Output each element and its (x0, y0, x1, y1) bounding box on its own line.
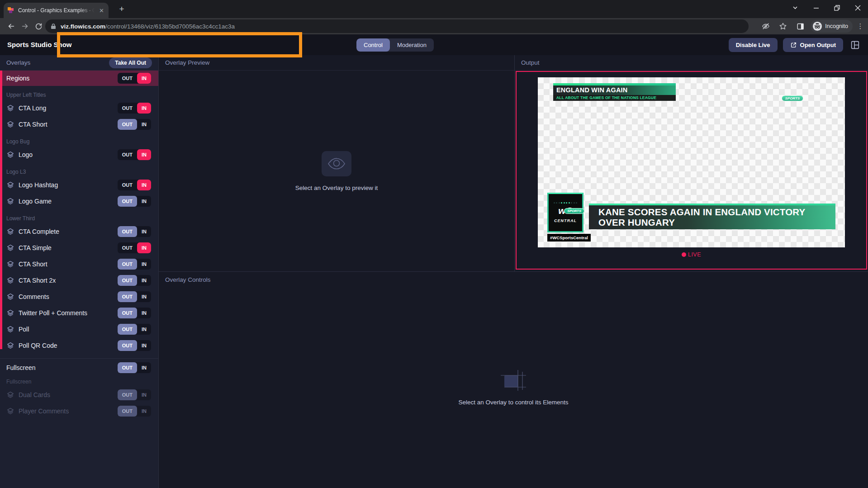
out-button[interactable]: OUT (118, 73, 137, 84)
url-bar[interactable]: viz.flowics.com/control/13468/viz/613b5b… (45, 19, 749, 33)
in-button[interactable]: IN (137, 362, 151, 373)
overlay-row-cta-complete[interactable]: CTA Complete OUT IN (0, 223, 158, 240)
out-button[interactable]: OUT (118, 180, 137, 190)
tab-search-chevron-icon[interactable] (785, 0, 806, 15)
live-indicator: LIVE (517, 251, 866, 258)
overlay-controls-panel: Overlay Controls Select an Overlay to co… (159, 272, 868, 488)
sports-badge: SPORTS (782, 95, 804, 101)
out-button[interactable]: OUT (118, 362, 137, 373)
overlay-row-player-comments[interactable]: Player Comments OUT IN (0, 403, 158, 419)
out-button[interactable]: OUT (118, 291, 137, 302)
in-button[interactable]: IN (137, 389, 151, 400)
layers-icon (6, 120, 14, 128)
out-button[interactable]: OUT (118, 226, 137, 237)
disable-live-button[interactable]: Disable Live (729, 38, 778, 52)
overlay-row-cta-simple[interactable]: CTA Simple OUT IN (0, 240, 158, 256)
out-button[interactable]: OUT (118, 406, 137, 417)
overlay-row-cta-long[interactable]: CTA Long OUT IN (0, 100, 158, 116)
out-button[interactable]: OUT (118, 275, 137, 286)
in-button[interactable]: IN (137, 259, 151, 270)
in-button[interactable]: IN (137, 73, 151, 84)
controls-frame-icon (501, 370, 526, 391)
overlay-row-regions[interactable]: Regions OUT IN (0, 71, 158, 86)
in-button[interactable]: IN (137, 242, 151, 253)
preview-eye-icon (322, 151, 351, 176)
take-all-out-button[interactable]: Take All Out (109, 57, 152, 68)
overlay-row-logo-game[interactable]: Logo Game OUT IN (0, 193, 158, 209)
out-button[interactable]: OUT (118, 340, 137, 351)
close-window-button[interactable] (847, 0, 868, 15)
url-path: /control/13468/viz/613b5bd70056ac3c4cc1a… (105, 23, 235, 30)
tab-close-icon[interactable]: ✕ (98, 7, 105, 14)
layers-icon (6, 260, 14, 268)
out-in-toggle: OUT IN (118, 362, 151, 373)
reload-icon[interactable] (32, 19, 45, 33)
tab-moderation[interactable]: Moderation (390, 38, 434, 52)
out-in-toggle: OUT IN (118, 406, 151, 417)
lower-third-headline: KANE SCORES AGAIN IN ENGLAND VICTORY OVE… (598, 207, 825, 227)
out-button[interactable]: OUT (118, 196, 137, 207)
out-button[interactable]: OUT (118, 103, 137, 114)
out-in-toggle: OUT IN (118, 259, 151, 270)
overlay-row-poll[interactable]: Poll OUT IN (0, 321, 158, 337)
wc-sports-central-logo: wCSPORTS CENTRAL (547, 193, 583, 232)
overlay-row-comments[interactable]: Comments OUT IN (0, 289, 158, 305)
restore-button[interactable] (826, 0, 847, 15)
open-output-button[interactable]: Open Output (783, 38, 843, 52)
in-button[interactable]: IN (137, 103, 151, 114)
back-icon[interactable] (5, 19, 18, 33)
in-button[interactable]: IN (137, 226, 151, 237)
side-panel-icon[interactable] (793, 19, 807, 33)
in-button[interactable]: IN (137, 291, 151, 302)
browser-tab[interactable]: Control - Graphics Examples - Qu ✕ (4, 3, 109, 18)
out-in-toggle: OUT IN (118, 308, 151, 318)
bookmark-star-icon[interactable] (776, 19, 790, 33)
new-tab-button[interactable]: + (115, 3, 128, 15)
in-button[interactable]: IN (137, 406, 151, 417)
hashtag-strip: #WCSportsCentral (547, 234, 591, 242)
overlay-row-dual-cards[interactable]: Dual Cards OUT IN (0, 387, 158, 403)
out-button[interactable]: OUT (118, 324, 137, 335)
out-in-toggle: OUT IN (118, 242, 151, 253)
incognito-badge[interactable]: Incognito (811, 20, 853, 33)
overlay-row-logo-hashtag[interactable]: Logo Hashtag OUT IN (0, 177, 158, 193)
in-button[interactable]: IN (137, 324, 151, 335)
out-in-toggle: OUT IN (118, 119, 151, 130)
lock-icon (51, 23, 56, 29)
overlay-row-cta-short-upper[interactable]: CTA Short OUT IN (0, 116, 158, 133)
overlay-row-cta-short-2x[interactable]: CTA Short 2x OUT IN (0, 272, 158, 289)
layers-icon (6, 309, 14, 317)
out-button[interactable]: OUT (118, 149, 137, 160)
overlay-row-cta-short[interactable]: CTA Short OUT IN (0, 256, 158, 272)
in-button[interactable]: IN (137, 340, 151, 351)
forward-icon[interactable] (18, 19, 32, 33)
out-button[interactable]: OUT (118, 308, 137, 318)
tab-control[interactable]: Control (356, 38, 390, 52)
in-button[interactable]: IN (137, 119, 151, 130)
minimize-button[interactable] (806, 0, 826, 15)
out-button[interactable]: OUT (118, 389, 137, 400)
sidebar-title: Overlays (6, 59, 30, 66)
out-button[interactable]: OUT (118, 242, 137, 253)
out-button[interactable]: OUT (118, 119, 137, 130)
browser-toolbar: viz.flowics.com/control/13468/viz/613b5b… (0, 18, 868, 34)
overlay-row-fullscreen[interactable]: Fullscreen OUT IN (0, 359, 158, 377)
overlay-row-poll-qr-code[interactable]: Poll QR Code OUT IN (0, 337, 158, 354)
out-in-toggle: OUT IN (118, 149, 151, 160)
in-button[interactable]: IN (137, 275, 151, 286)
overlay-row-twitter-poll-comments[interactable]: Twitter Poll + Comments OUT IN (0, 305, 158, 321)
section-label: Logo L3 (0, 163, 158, 177)
out-button[interactable]: OUT (118, 259, 137, 270)
eye-off-icon[interactable] (759, 19, 773, 33)
mode-tabs: Control Moderation (356, 38, 434, 52)
in-button[interactable]: IN (137, 180, 151, 190)
lower-third-overlay: KANE SCORES AGAIN IN ENGLAND VICTORY OVE… (589, 204, 835, 229)
overlay-row-logo[interactable]: Logo OUT IN (0, 147, 158, 163)
in-button[interactable]: IN (137, 149, 151, 160)
out-in-toggle: OUT IN (118, 103, 151, 114)
in-button[interactable]: IN (137, 308, 151, 318)
layout-icon[interactable] (849, 38, 862, 52)
menu-kebab-icon[interactable]: ⋮ (856, 22, 864, 30)
page-title: Sports Studio Show (7, 41, 72, 48)
in-button[interactable]: IN (137, 196, 151, 207)
